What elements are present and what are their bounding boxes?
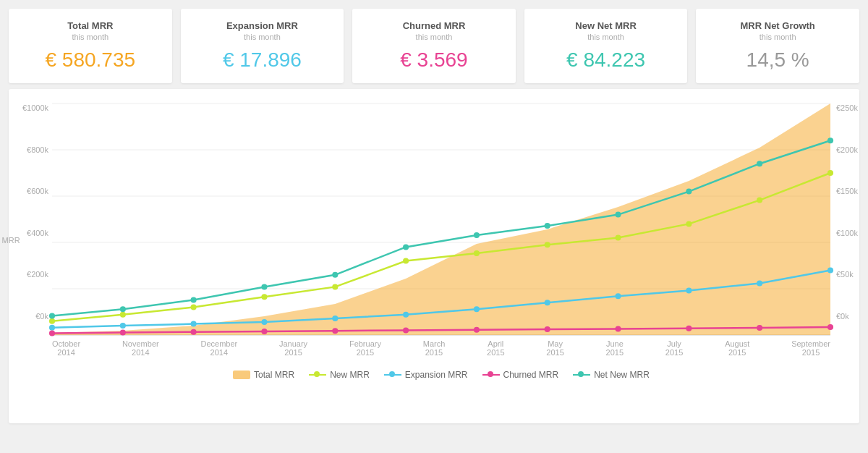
legend-line-expansion-mrr — [384, 374, 401, 376]
new-mrr-dot-11 — [757, 198, 762, 203]
y-left-label-2: €200k — [12, 270, 48, 279]
legend-expansion-mrr: Expansion MRR — [384, 370, 468, 380]
y-axis-left-label: Total MRR — [0, 236, 20, 245]
net-new-dot-5 — [332, 272, 338, 278]
card-value-total-mrr: € 580.735 — [23, 48, 158, 72]
chart-legend: Total MRR New MRR Expansion MRR Churned … — [52, 370, 830, 380]
card-title-churned-mrr: Churned MRR — [367, 20, 501, 31]
expansion-dot-5 — [332, 316, 338, 321]
legend-label-new-mrr: New MRR — [330, 370, 370, 380]
expansion-dot-8 — [545, 300, 550, 305]
legend-line-net-new-mrr — [573, 374, 590, 376]
expansion-dot-4 — [261, 319, 267, 325]
metrics-cards: Total MRR this month € 580.735 Expansion… — [0, 0, 868, 89]
x-label-6: March2015 — [423, 339, 446, 357]
new-mrr-dot-4 — [261, 294, 267, 300]
legend-line-new-mrr — [309, 374, 326, 376]
churned-dot-9 — [615, 326, 621, 331]
new-mrr-dot-6 — [403, 258, 409, 264]
net-new-dot-12 — [827, 137, 833, 143]
y-axis-left: €1000k €800k €600k €400k €200k €0k — [12, 103, 48, 321]
churned-dot-1 — [49, 330, 55, 336]
card-title-total-mrr: Total MRR — [23, 20, 158, 31]
expansion-dot-6 — [403, 312, 409, 318]
churned-dot-4 — [261, 329, 267, 334]
card-new-net-mrr: New Net MRR this month € 84.223 — [524, 9, 688, 83]
x-label-10: July2015 — [665, 339, 683, 357]
new-mrr-dot-1 — [49, 318, 55, 324]
card-subtitle-mrr-net-growth: this month — [710, 33, 845, 41]
x-label-1: October2014 — [52, 339, 80, 357]
y-left-label-1: €0k — [12, 312, 48, 321]
churned-dot-7 — [474, 327, 480, 333]
card-title-mrr-net-growth: MRR Net Growth — [710, 20, 845, 31]
card-mrr-net-growth: MRR Net Growth this month 14,5 % — [696, 9, 859, 83]
y-left-label-4: €600k — [12, 187, 48, 195]
net-new-dot-2 — [120, 306, 126, 312]
x-label-7: April2015 — [487, 339, 504, 357]
churned-dot-11 — [757, 325, 762, 331]
net-new-dot-9 — [615, 212, 621, 218]
y-right-label-4: €150k — [836, 187, 868, 195]
legend-total-mrr: Total MRR — [233, 370, 294, 380]
expansion-dot-9 — [615, 293, 621, 299]
legend-swatch-total-mrr — [233, 371, 250, 379]
net-new-dot-6 — [403, 244, 409, 250]
net-new-dot-7 — [474, 232, 480, 238]
new-mrr-dot-5 — [332, 284, 338, 289]
chart-container: €1000k €800k €600k €400k €200k €0k €250k… — [9, 89, 859, 423]
legend-dot-net-new-mrr — [578, 371, 584, 377]
card-value-expansion-mrr: € 17.896 — [195, 48, 330, 72]
new-mrr-dot-8 — [545, 242, 550, 247]
churned-dot-6 — [403, 327, 409, 333]
legend-dot-new-mrr — [314, 371, 320, 377]
legend-label-churned-mrr: Churned MRR — [503, 370, 559, 380]
legend-label-expansion-mrr: Expansion MRR — [405, 370, 468, 380]
new-mrr-dot-9 — [615, 235, 621, 241]
card-expansion-mrr: Expansion MRR this month € 17.896 — [181, 9, 344, 83]
x-label-4: January2015 — [279, 339, 307, 357]
net-new-dot-11 — [757, 161, 762, 166]
card-subtitle-churned-mrr: this month — [367, 33, 501, 41]
y-left-label-5: €800k — [12, 145, 48, 154]
expansion-dot-12 — [827, 267, 833, 273]
new-mrr-dot-2 — [120, 312, 126, 318]
legend-line-churned-mrr — [482, 374, 500, 376]
new-mrr-dot-12 — [827, 170, 833, 176]
card-subtitle-total-mrr: this month — [23, 33, 158, 41]
card-value-new-net-mrr: € 84.223 — [539, 48, 673, 72]
x-label-8: May2015 — [546, 339, 563, 357]
card-value-churned-mrr: € 3.569 — [367, 48, 501, 72]
churned-dot-3 — [191, 329, 197, 335]
y-right-label-5: €200k — [836, 145, 868, 154]
legend-churned-mrr: Churned MRR — [482, 370, 559, 380]
churned-dot-8 — [545, 326, 550, 332]
churned-dot-12 — [827, 324, 833, 330]
net-new-dot-1 — [49, 313, 55, 319]
card-total-mrr: Total MRR this month € 580.735 — [9, 9, 172, 83]
x-label-2: November2014 — [122, 339, 159, 357]
x-label-12: September2015 — [791, 339, 830, 357]
expansion-dot-1 — [49, 325, 55, 331]
legend-label-net-new-mrr: Net New MRR — [594, 370, 650, 380]
expansion-dot-11 — [757, 280, 762, 286]
churned-dot-2 — [120, 330, 126, 336]
new-mrr-dot-7 — [474, 250, 480, 256]
x-label-9: June2015 — [606, 339, 624, 357]
net-new-dot-10 — [686, 189, 692, 195]
expansion-dot-7 — [474, 306, 480, 312]
x-label-11: August2015 — [725, 339, 749, 357]
y-right-label-3: €100k — [836, 229, 868, 237]
net-new-dot-3 — [191, 297, 197, 302]
x-label-3: December2014 — [200, 339, 237, 357]
legend-label-total-mrr: Total MRR — [254, 370, 294, 380]
net-new-dot-8 — [545, 223, 550, 229]
legend-new-mrr: New MRR — [309, 370, 370, 380]
card-title-expansion-mrr: Expansion MRR — [195, 20, 330, 31]
card-subtitle-new-net-mrr: this month — [539, 33, 673, 41]
churned-dot-5 — [332, 328, 338, 334]
legend-dot-expansion-mrr — [389, 371, 395, 377]
y-left-label-6: €1000k — [12, 103, 48, 112]
net-new-dot-4 — [261, 284, 267, 289]
expansion-dot-10 — [686, 288, 692, 294]
